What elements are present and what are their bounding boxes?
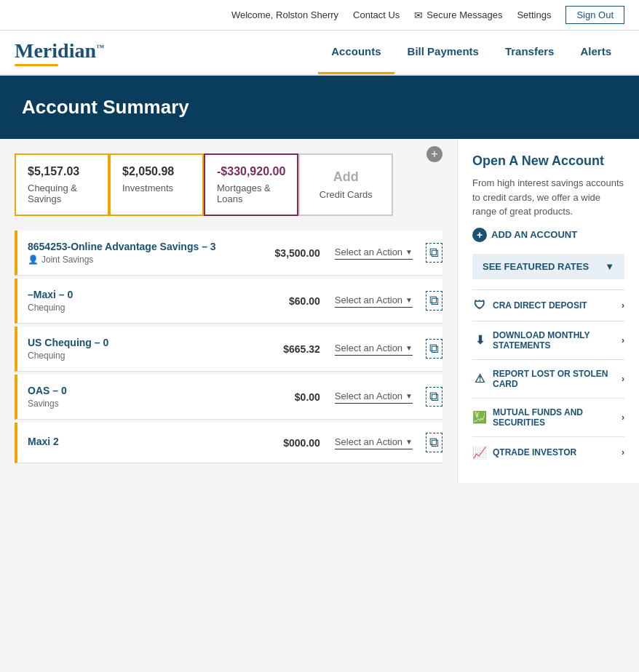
nav-item-bill-payments[interactable]: Bill Payments [394,31,492,74]
logo-text: Meridian™ [15,39,104,63]
add-account-plus-icon: + [472,228,487,242]
account-info: US Chequing – 0 Chequing [28,337,255,361]
action-select: Select an Action ▼ [335,343,413,356]
chevron-right-icon: › [622,335,624,345]
chevron-right-icon: › [622,412,624,423]
action-label: Select an Action [335,295,402,305]
copy-icon[interactable]: ⧉ [426,291,442,311]
account-info: 8654253-Online Advantage Savings – 3 👤 J… [28,241,255,265]
logo-underline [15,64,58,66]
dropdown-arrow-icon: ▼ [405,392,413,400]
header: Meridian™ Accounts Bill Payments Transfe… [0,31,639,76]
tile-mortgages-amount: -$330,920.00 [217,165,285,178]
copy-icon[interactable]: ⧉ [426,387,442,407]
welcome-text: Welcome, Rolston Sherry [231,9,338,20]
tile-add-credit-cards[interactable]: Add Credit Cards [298,153,393,216]
account-info: Maxi 2 [28,436,255,449]
featured-rates-button[interactable]: SEE FEATURED RATES ▼ [472,254,624,279]
account-type: 👤 Joint Savings [28,255,255,265]
account-info: OAS – 0 Savings [28,385,255,409]
account-name[interactable]: OAS – 0 [28,385,67,396]
open-account-desc: From high interest savings accounts to c… [472,176,624,219]
account-tiles: + $5,157.03 Chequing &Savings $2,050.98 … [15,153,442,216]
action-label: Select an Action [335,343,402,353]
qtrade-investor-link[interactable]: 📈 QTRADE INVESTOR › [472,436,624,468]
cra-label: CRA DIRECT DEPOSIT [493,300,587,311]
settings-link[interactable]: Settings [517,9,551,20]
dropdown-arrow-icon: ▼ [405,344,413,352]
add-account-label: ADD AN ACCOUNT [491,229,577,240]
chevron-right-icon: › [622,300,624,311]
report-lost-card-link[interactable]: ⚠ REPORT LOST OR STOLEN CARD › [472,359,624,398]
account-type: Chequing [28,303,255,313]
dropdown-arrow-icon: ▼ [405,296,413,304]
mutual-funds-label: MUTUAL FUNDS AND SECURITIES [493,407,616,428]
chevron-right-icon: › [622,374,624,384]
action-dropdown[interactable]: Select an Action ▼ [335,343,413,356]
sign-out-button[interactable]: Sign Out [565,6,624,24]
left-panel: + $5,157.03 Chequing &Savings $2,050.98 … [0,139,457,483]
chart-icon: 💹 [472,410,487,424]
account-summary-banner: Account Summary [0,76,639,139]
right-panel: Open A New Account From high interest sa… [457,139,639,483]
tile-add-sublabel: Credit Cards [320,189,373,200]
action-select: Select an Action ▼ [335,436,413,449]
account-balance: $000.00 [262,437,320,449]
account-balance: $0.00 [262,391,320,403]
graph-icon: 📈 [472,446,487,460]
copy-icon[interactable]: ⧉ [426,243,442,263]
account-name[interactable]: Maxi 2 [28,436,59,447]
account-type: Savings [28,399,255,409]
open-account-title: Open A New Account [472,153,624,169]
logo[interactable]: Meridian™ [15,32,104,73]
account-info: –Maxi – 0 Chequing [28,289,255,313]
secure-messages-link[interactable]: ✉ Secure Messages [414,9,502,21]
nav-item-alerts[interactable]: Alerts [567,31,624,74]
account-row: OAS – 0 Savings $0.00 Select an Action ▼… [15,375,442,420]
account-balance: $665.32 [262,343,320,355]
download-icon: ⬇ [472,333,487,347]
account-row: US Chequing – 0 Chequing $665.32 Select … [15,327,442,372]
tile-investments[interactable]: $2,050.98 Investments [109,153,204,216]
main-nav: Accounts Bill Payments Transfers Alerts [318,31,624,74]
action-select: Select an Action ▼ [335,247,413,260]
account-type: Chequing [28,351,255,361]
top-bar: Welcome, Rolston Sherry Contact Us ✉ Sec… [0,0,639,31]
account-row: Maxi 2 $000.00 Select an Action ▼ ⧉ [15,423,442,463]
person-icon: 👤 [28,255,39,265]
alert-icon: ⚠ [472,372,487,385]
featured-rates-arrow-icon: ▼ [605,261,614,272]
open-account-section: Open A New Account From high interest sa… [472,153,624,242]
action-dropdown[interactable]: Select an Action ▼ [335,295,413,308]
tile-chequing-savings[interactable]: $5,157.03 Chequing &Savings [15,153,109,216]
tile-mortgages[interactable]: -$330,920.00 Mortgages &Loans [204,153,298,216]
action-dropdown[interactable]: Select an Action ▼ [335,436,413,449]
add-account-link[interactable]: + ADD AN ACCOUNT [472,228,624,242]
tile-add-label: Add [333,169,359,185]
cra-direct-deposit-link[interactable]: 🛡 CRA DIRECT DEPOSIT › [472,289,624,321]
action-dropdown[interactable]: Select an Action ▼ [335,247,413,260]
tile-investments-amount: $2,050.98 [122,165,191,178]
tile-mortgages-label: Mortgages &Loans [217,183,285,204]
account-row: –Maxi – 0 Chequing $60.00 Select an Acti… [15,279,442,324]
action-select: Select an Action ▼ [335,295,413,308]
copy-icon[interactable]: ⧉ [426,433,442,452]
download-statements-link[interactable]: ⬇ DOWNLOAD MONTHLY STATEMENTS › [472,321,624,359]
account-name[interactable]: –Maxi – 0 [28,289,73,300]
contact-us-link[interactable]: Contact Us [353,9,400,20]
dropdown-arrow-icon: ▼ [405,248,413,256]
action-label: Select an Action [335,247,402,257]
shield-icon: 🛡 [472,299,487,312]
add-tile-plus-icon[interactable]: + [426,146,442,162]
nav-item-transfers[interactable]: Transfers [492,31,568,74]
copy-icon[interactable]: ⧉ [426,339,442,359]
account-name[interactable]: 8654253-Online Advantage Savings – 3 [28,241,216,252]
nav-item-accounts[interactable]: Accounts [318,31,394,74]
tile-chequing-label: Chequing &Savings [28,183,96,204]
mutual-funds-link[interactable]: 💹 MUTUAL FUNDS AND SECURITIES › [472,398,624,436]
qtrade-label: QTRADE INVESTOR [493,447,576,457]
chevron-right-icon: › [622,447,624,457]
action-dropdown[interactable]: Select an Action ▼ [335,391,413,404]
account-name[interactable]: US Chequing – 0 [28,337,108,348]
action-label: Select an Action [335,436,402,447]
